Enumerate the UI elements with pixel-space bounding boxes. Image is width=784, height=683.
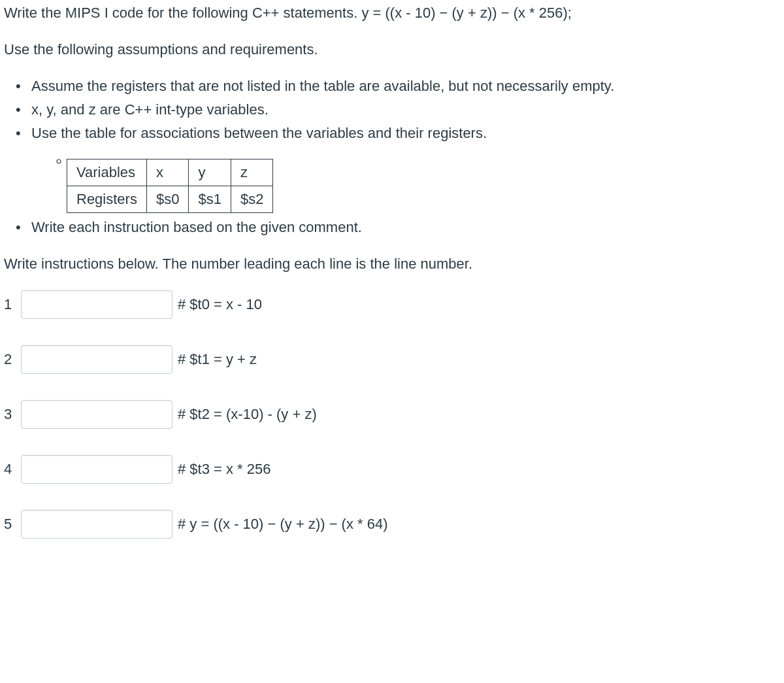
- table-header-variables: Variables: [67, 159, 147, 186]
- answers: 1 # $t0 = x - 10 2 # $t1 = y + z 3 # $t2…: [4, 290, 780, 539]
- instruction-input-5[interactable]: [21, 510, 172, 539]
- assumptions-list: Assume the registers that are not listed…: [4, 76, 780, 144]
- bullet-1: Assume the registers that are not listed…: [4, 76, 780, 97]
- instruction-input-4[interactable]: [21, 455, 172, 484]
- table-header-registers: Registers: [67, 186, 147, 213]
- table-cell-y: y: [189, 159, 231, 186]
- table-cell-s0: $s0: [146, 186, 188, 213]
- instructions-prompt: Write instructions below. The number lea…: [4, 254, 780, 275]
- instruction-input-1[interactable]: [21, 290, 172, 319]
- line-number: 3: [4, 404, 21, 425]
- table-cell-z: z: [231, 159, 272, 186]
- table-cell-x: x: [146, 159, 188, 186]
- answer-row-1: 1 # $t0 = x - 10: [4, 290, 780, 319]
- question-statement: Write the MIPS I code for the following …: [4, 3, 780, 24]
- answer-row-5: 5 # y = ((x - 10) − (y + z)) − (x * 64): [4, 510, 780, 539]
- line-number: 4: [4, 459, 21, 480]
- table-cell-s2: $s2: [231, 186, 272, 213]
- instruction-input-2[interactable]: [21, 345, 172, 374]
- answer-row-3: 3 # $t2 = (x-10) - (y + z): [4, 400, 780, 429]
- register-table: Variables x y z Registers $s0 $s1 $s2: [67, 159, 273, 213]
- line-number: 2: [4, 349, 21, 370]
- svg-point-0: [57, 159, 61, 163]
- line-number: 5: [4, 514, 21, 535]
- comment-3: # $t2 = (x-10) - (y + z): [178, 404, 317, 425]
- answer-row-4: 4 # $t3 = x * 256: [4, 455, 780, 484]
- comment-1: # $t0 = x - 10: [178, 294, 262, 315]
- answer-row-2: 2 # $t1 = y + z: [4, 345, 780, 374]
- table-sub-item: Variables x y z Registers $s0 $s1 $s2: [4, 159, 780, 213]
- bullet-2: x, y, and z are C++ int-type variables.: [4, 99, 780, 120]
- comment-4: # $t3 = x * 256: [178, 459, 271, 480]
- table-row: Variables x y z: [67, 159, 273, 186]
- bullet-4: Write each instruction based on the give…: [4, 217, 780, 238]
- comment-2: # $t1 = y + z: [178, 349, 257, 370]
- circle-marker-icon: [51, 159, 67, 164]
- table-row: Registers $s0 $s1 $s2: [67, 186, 273, 213]
- bullet-3: Use the table for associations between t…: [4, 123, 780, 144]
- assumptions-list-2: Write each instruction based on the give…: [4, 217, 780, 238]
- line-number: 1: [4, 294, 21, 315]
- table-cell-s1: $s1: [189, 186, 231, 213]
- assumptions-heading: Use the following assumptions and requir…: [4, 39, 780, 60]
- comment-5: # y = ((x - 10) − (y + z)) − (x * 64): [178, 514, 388, 535]
- instruction-input-3[interactable]: [21, 400, 172, 429]
